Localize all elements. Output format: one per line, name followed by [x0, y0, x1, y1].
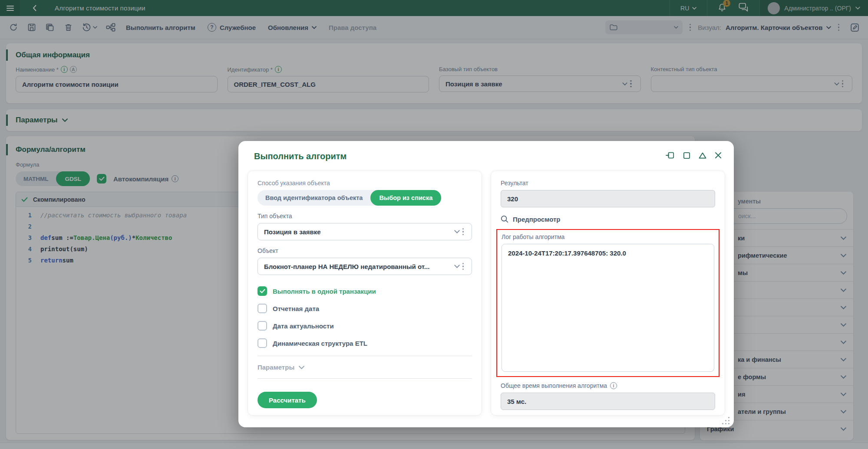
dock-side-icon [666, 151, 675, 159]
calculate-button[interactable]: Рассчитать [257, 392, 317, 408]
object-value: Блокнот-планер НА НЕДЕЛЮ недатированный … [264, 263, 429, 270]
run-algorithm-modal: Выполнить алгоритм Способ указания об [238, 141, 734, 427]
chevron-down-icon [454, 230, 460, 233]
modal-title: Выполнить алгоритм [254, 151, 347, 161]
modal-parameters-label: Параметры [257, 364, 294, 371]
resize-grip[interactable] [720, 415, 729, 424]
object-type-value: Позиция в заявке [264, 228, 321, 236]
checkbox-label: Отчетная дата [273, 305, 319, 312]
object-type-label: Тип объекта [257, 213, 472, 220]
maximize-icon [683, 152, 690, 159]
object-label: Объект [257, 247, 472, 254]
log-label: Лог работы алгоритма [502, 233, 714, 240]
object-method-toggle: Ввод идентификатора объекта Выбор из спи… [257, 190, 441, 206]
check-icon [260, 289, 265, 293]
chevron-down-icon [454, 265, 460, 268]
close-icon [715, 152, 722, 159]
checkbox-label: Выполнять в одной транзакции [273, 288, 376, 295]
checkbox[interactable] [257, 338, 267, 348]
execution-time-output: 35 мс. [501, 393, 715, 410]
chevron-down-icon [299, 366, 304, 369]
object-type-kebab[interactable] [460, 226, 467, 237]
log-output[interactable]: 2024-10-24T17:20:17.397648705: 320.0 [502, 244, 714, 372]
log-value: 2024-10-24T17:20:17.397648705: 320.0 [508, 249, 626, 257]
object-type-select[interactable]: Позиция в заявке [257, 223, 472, 240]
method-option-from-list[interactable]: Выбор из списка [370, 190, 441, 206]
checkbox-row[interactable]: Отчетная дата [257, 304, 472, 313]
checkbox-label: Дата актуальности [273, 322, 334, 330]
execution-settings-panel: Способ указания объекта Ввод идентификат… [248, 170, 482, 416]
checkbox[interactable] [257, 321, 267, 331]
checkbox-row[interactable]: Дата актуальности [257, 321, 472, 331]
checkbox-label: Динамическая структура ETL [273, 340, 367, 347]
execution-time-value: 35 мс. [507, 398, 526, 405]
app-window: Алгоритм стоимости позиции RU 1 Админист… [0, 0, 868, 449]
checkbox-row[interactable]: Выполнять в одной транзакции [257, 286, 472, 296]
method-option-input-id[interactable]: Ввод идентификатора объекта [257, 194, 370, 201]
log-annotation-box: Лог работы алгоритма 2024-10-24T17:20:17… [496, 229, 719, 377]
close-button[interactable] [715, 152, 722, 159]
search-icon [501, 215, 508, 223]
preview-button[interactable]: Предпросмотр [501, 215, 715, 223]
object-select[interactable]: Блокнот-планер НА НЕДЕЛЮ недатированный … [257, 258, 472, 275]
execution-time-label: Общее время выполнения алгоритма [501, 382, 607, 389]
dock-side-button[interactable] [666, 151, 675, 159]
result-value: 320 [507, 195, 518, 203]
maximize-button[interactable] [683, 152, 690, 159]
preview-label: Предпросмотр [513, 216, 561, 223]
result-label: Результат [501, 180, 715, 187]
collapse-button[interactable] [698, 152, 707, 159]
checkbox[interactable] [257, 304, 267, 313]
method-label: Способ указания объекта [257, 180, 472, 187]
object-kebab[interactable] [460, 261, 467, 272]
checkbox[interactable] [257, 286, 267, 296]
checkbox-row[interactable]: Динамическая структура ETL [257, 338, 472, 348]
result-output: 320 [501, 190, 715, 207]
triangle-icon [698, 152, 707, 159]
execution-result-panel: Результат 320 Предпросмотр Лог работы ал… [491, 170, 725, 416]
info-icon[interactable]: i [610, 382, 617, 389]
modal-parameters-toggle[interactable]: Параметры [257, 358, 472, 377]
